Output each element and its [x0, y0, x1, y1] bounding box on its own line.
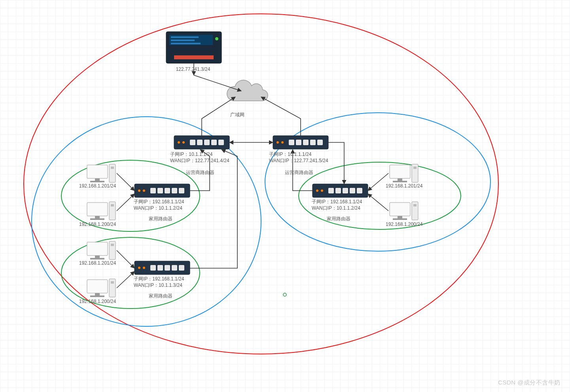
pc-b2-ip: 192.168.1.200/24 [79, 299, 116, 304]
isp-right-subnet: 子网IP：10.1.1.1/24 [269, 151, 311, 157]
home-b-name: 家用路由器 [149, 293, 172, 299]
home-c-name: 家用路由器 [327, 216, 350, 222]
isp-right-wan: WAN口IP：122.77.241.5/24 [269, 158, 328, 163]
pc-b1-ip: 192.168.1.201/24 [79, 260, 116, 266]
isp-left-info: 子网IP：10.1.1.1/24 WAN口IP：122.77.241.4/24 [170, 151, 237, 164]
pc-a2-ip: 192.168.1.200/24 [79, 222, 116, 227]
watermark: CSDN @成分不含牛奶 [498, 379, 561, 386]
wan-label: 广域网 [230, 112, 244, 118]
isp-left-wan: WAN口IP：122.77.241.4/24 [170, 158, 229, 163]
isp-right-info: 子网IP：10.1.1.1/24 WAN口IP：122.77.241.5/24 [269, 151, 336, 164]
home-a-subnet: 子网IP：192.168.1.1/24 [134, 199, 184, 205]
home-a-wan: WAN口IP：10.1.1.2/24 [134, 205, 182, 211]
home-a-info: 子网IP：192.168.1.1/24 WAN口IP：10.1.1.2/24 [134, 199, 193, 211]
pc-c1-ip: 192.168.1.201/24 [386, 183, 422, 189]
home-b-wan: WAN口IP：10.1.1.3/24 [134, 282, 182, 288]
pc-c2-ip: 192.168.1.200/24 [386, 222, 422, 227]
home-b-subnet: 子网IP：192.168.1.1/24 [134, 276, 184, 282]
pc-a1-ip: 192.168.1.201/24 [79, 183, 116, 189]
server-ip-label: 122.77.241.3/24 [169, 66, 217, 72]
isp-left-name: 运营商路由器 [186, 169, 214, 176]
isp-right-name: 运营商路由器 [285, 169, 313, 176]
home-c-subnet: 子网IP：192.168.1.1/24 [312, 199, 362, 205]
home-b-info: 子网IP：192.168.1.1/24 WAN口IP：10.1.1.3/24 [134, 276, 193, 288]
diagram-canvas: 122.77.241.3/24 广域网 子网IP：10.1.1.1/24 WAN… [0, 0, 570, 392]
home-a-name: 家用路由器 [149, 216, 172, 222]
home-c-wan: WAN口IP：10.1.1.2/24 [312, 205, 360, 211]
grid-bg [0, 0, 570, 392]
isp-left-subnet: 子网IP：10.1.1.1/24 [170, 151, 212, 157]
home-c-info: 子网IP：192.168.1.1/24 WAN口IP：10.1.1.2/24 [312, 199, 371, 211]
